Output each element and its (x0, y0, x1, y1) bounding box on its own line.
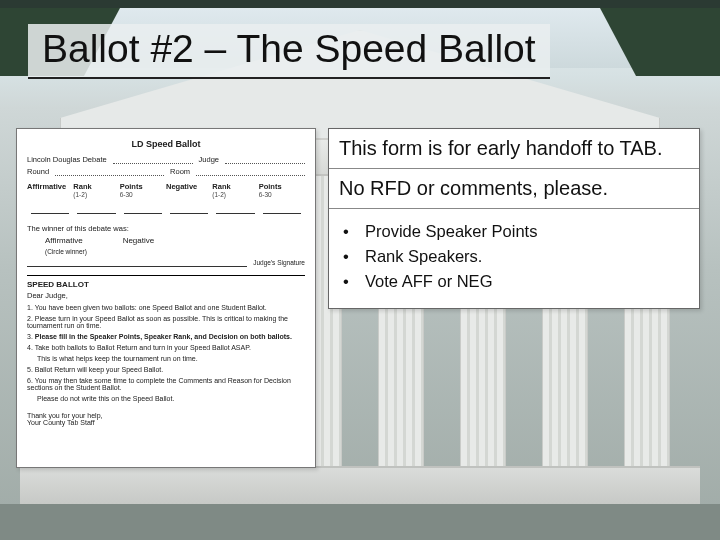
form-title: LD Speed Ballot (27, 139, 305, 149)
info-line1: This form is for early handoff to TAB. (329, 129, 699, 169)
bullet-icon: • (343, 272, 351, 291)
form-preview: LD Speed Ballot Lincoln Douglas Debate J… (16, 128, 316, 468)
form-blank (27, 259, 247, 267)
form-sig-label: Judge's Signature (253, 259, 305, 267)
form-aff: Affirmative (45, 236, 83, 245)
form-item: 3. Please fill in the Speaker Points, Sp… (27, 333, 305, 340)
form-col-points: Points6-30 (120, 182, 166, 198)
form-item: 4. Take both ballots to Ballot Return an… (27, 344, 305, 351)
form-item: 5. Ballot Return will keep your Speed Ba… (27, 366, 305, 373)
form-blank (55, 168, 164, 176)
slide: Ballot #2 – The Speed Ballot LD Speed Ba… (0, 0, 720, 540)
bg-steps (20, 466, 700, 506)
form-blank (196, 168, 305, 176)
form-col-rank: Rank(1-2) (212, 182, 258, 198)
form-label-round: Round (27, 167, 49, 176)
bullet-icon: • (343, 247, 351, 266)
form-col-neg: Negative (166, 182, 212, 198)
info-bullet: •Vote AFF or NEG (343, 269, 689, 294)
form-row: Round Room (27, 167, 305, 176)
form-item: Please do not write this on the Speed Ba… (37, 395, 305, 402)
form-affneg: Affirmative Negative (45, 236, 305, 245)
form-instructions: 1. You have been given two ballots: one … (27, 304, 305, 402)
form-label-judge: Judge (199, 155, 219, 164)
form-row: Lincoln Douglas Debate Judge (27, 155, 305, 164)
form-section: SPEED BALLOT (27, 280, 305, 289)
bg-ground (0, 504, 720, 540)
form-header-row: Affirmative Rank(1-2) Points6-30 Negativ… (27, 182, 305, 198)
form-thanks: Thank you for your help, Your County Tab… (27, 412, 305, 426)
form-neg: Negative (123, 236, 155, 245)
info-bullets: •Provide Speaker Points •Rank Speakers. … (329, 209, 699, 308)
form-winner-line: The winner of this debate was: (27, 224, 305, 233)
info-card: This form is for early handoff to TAB. N… (328, 128, 700, 309)
form-blank (225, 156, 305, 164)
slide-title: Ballot #2 – The Speed Ballot (28, 24, 550, 79)
form-col-points: Points6-30 (259, 182, 305, 198)
form-item: 1. You have been given two ballots: one … (27, 304, 305, 311)
info-bullet: •Provide Speaker Points (343, 219, 689, 244)
form-blank-row (27, 204, 305, 214)
form-item: This is what helps keep the tournament r… (37, 355, 305, 362)
info-bullet: •Rank Speakers. (343, 244, 689, 269)
form-dear: Dear Judge, (27, 291, 305, 300)
form-label-division: Lincoln Douglas Debate (27, 155, 107, 164)
form-col-rank: Rank(1-2) (73, 182, 119, 198)
form-signature: Judge's Signature (27, 259, 305, 267)
form-divider (27, 275, 305, 276)
form-label-room: Room (170, 167, 190, 176)
bullet-icon: • (343, 222, 351, 241)
form-item: 2. Please turn in your Speed Ballot as s… (27, 315, 305, 329)
form-circle-note: (Circle winner) (45, 248, 305, 255)
form-col-aff: Affirmative (27, 182, 73, 198)
form-blank (113, 156, 193, 164)
form-item: 6. You may then take some time to comple… (27, 377, 305, 391)
info-line2: No RFD or comments, please. (329, 169, 699, 209)
title-wrap: Ballot #2 – The Speed Ballot (28, 24, 692, 79)
